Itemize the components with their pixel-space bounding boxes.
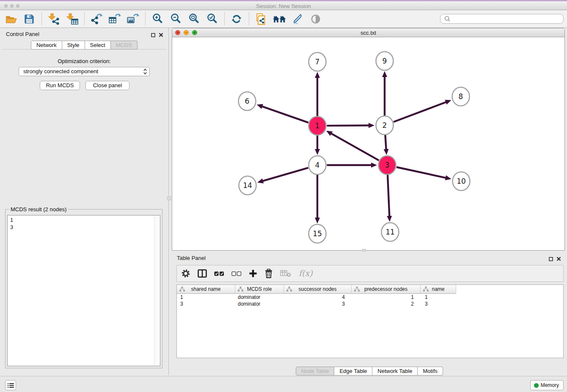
- graph-edge-4-14[interactable]: [262, 168, 308, 181]
- graph-node-15[interactable]: 15: [309, 224, 326, 243]
- search-input[interactable]: [453, 16, 559, 22]
- search-box[interactable]: [440, 14, 564, 24]
- table-cell[interactable]: dominator: [235, 294, 284, 301]
- add-column-icon[interactable]: [249, 269, 257, 278]
- deselect-all-checkboxes-icon[interactable]: [231, 271, 242, 276]
- zoom-out-icon[interactable]: [168, 12, 183, 26]
- node-table: shared nameMCDS rolesuccessor nodesprede…: [176, 284, 564, 358]
- horizontal-splitter-handle[interactable]: [362, 249, 366, 251]
- graph-edge-1-2[interactable]: [327, 125, 369, 126]
- graph-node-2[interactable]: 2: [376, 116, 394, 135]
- toolbar-icons: [3, 12, 326, 26]
- graph-edge-3-11[interactable]: [388, 174, 389, 217]
- column-header-label: predecessor nodes: [364, 286, 407, 292]
- zoom-selected-icon[interactable]: [204, 12, 220, 26]
- table-cell[interactable]: 2: [352, 301, 421, 307]
- vertical-splitter-handle[interactable]: [167, 196, 171, 200]
- graph-edge-1-6[interactable]: [261, 106, 308, 123]
- graph-edge-arrowhead: [315, 72, 320, 78]
- float-panel-icon[interactable]: [549, 255, 553, 263]
- table-cell[interactable]: 3: [284, 301, 352, 307]
- export-network-icon[interactable]: [89, 12, 104, 26]
- export-table-icon[interactable]: [107, 12, 122, 26]
- zoom-fit-icon[interactable]: [186, 12, 201, 26]
- graph-node-1[interactable]: 1: [309, 116, 326, 135]
- graph-node-11[interactable]: 11: [382, 223, 399, 241]
- mcds-result-box[interactable]: 13: [7, 215, 160, 366]
- graph-edge-3-10[interactable]: [396, 167, 446, 178]
- tab-style[interactable]: Style: [62, 41, 85, 50]
- graph-edge-2-8[interactable]: [394, 102, 446, 122]
- tab-select[interactable]: Select: [85, 41, 111, 50]
- import-network-icon[interactable]: [46, 12, 61, 26]
- svg-text:4: 4: [315, 161, 320, 169]
- table-cell[interactable]: 1: [421, 294, 456, 301]
- dropdown-value: strongly connected component: [23, 68, 98, 75]
- optimization-dropdown[interactable]: strongly connected component: [19, 67, 150, 76]
- zoom-in-icon[interactable]: [150, 12, 165, 26]
- open-session-icon[interactable]: [3, 12, 19, 26]
- tab-network[interactable]: Network: [31, 41, 62, 50]
- settings-gear-icon[interactable]: [181, 269, 190, 278]
- network-canvas[interactable]: 7968124314101511: [172, 37, 564, 250]
- table-cell[interactable]: 3: [177, 301, 235, 307]
- list-icon: [8, 383, 14, 388]
- tab-edge-table[interactable]: Edge Table: [334, 367, 372, 375]
- tab-network-table[interactable]: Network Table: [372, 367, 418, 375]
- table-cell[interactable]: 3: [421, 301, 456, 307]
- table-row[interactable]: 3dominator323: [177, 301, 563, 307]
- toolbar-separator: [84, 13, 85, 25]
- graph-edge-2-3[interactable]: [385, 135, 386, 150]
- graph-node-3[interactable]: 3: [379, 156, 396, 174]
- graph-node-10[interactable]: 10: [453, 172, 470, 190]
- graph-node-8[interactable]: 8: [452, 87, 470, 106]
- mcds-result-line: 3: [10, 224, 157, 231]
- graph-node-14[interactable]: 14: [239, 176, 256, 195]
- svg-text:7: 7: [315, 58, 320, 66]
- close-panel-button[interactable]: Close panel: [85, 81, 129, 90]
- refresh-icon[interactable]: [229, 12, 244, 26]
- graph-edge-arrowhead: [445, 100, 451, 105]
- graph-node-7[interactable]: 7: [309, 52, 326, 71]
- graph-node-6[interactable]: 6: [239, 92, 256, 110]
- tab-node-table[interactable]: Node Table: [296, 367, 335, 375]
- table-cell[interactable]: 4: [284, 294, 352, 301]
- column-header-successor-nodes[interactable]: successor nodes: [284, 285, 352, 294]
- graph-edge-3-1[interactable]: [330, 133, 379, 160]
- delete-column-icon[interactable]: [264, 269, 273, 278]
- column-header-label: shared name: [191, 286, 220, 292]
- scrollbar-track[interactable]: [154, 216, 160, 365]
- save-session-icon[interactable]: [22, 12, 37, 26]
- table-row[interactable]: 1dominator411: [177, 294, 563, 301]
- table-cell[interactable]: dominator: [235, 301, 284, 307]
- close-panel-icon[interactable]: [556, 255, 561, 263]
- split-columns-icon[interactable]: [198, 269, 207, 278]
- svg-text:f(x): f(x): [299, 268, 313, 278]
- tab-mcds[interactable]: MCDS: [111, 41, 138, 50]
- column-header-shared-name[interactable]: shared name: [177, 285, 235, 294]
- mcds-result-line: 1: [10, 216, 157, 224]
- column-header-predecessor-nodes[interactable]: predecessor nodes: [352, 285, 421, 294]
- graph-node-9[interactable]: 9: [376, 52, 394, 70]
- close-panel-icon[interactable]: [159, 31, 163, 39]
- tab-motifs[interactable]: Motifs: [418, 367, 443, 375]
- select-all-checkboxes-icon[interactable]: [214, 271, 224, 276]
- graph-edge-arrowhead: [315, 149, 320, 155]
- eye-disabled-icon: [308, 12, 323, 26]
- task-history-button[interactable]: [5, 380, 16, 390]
- table-cell[interactable]: 1: [352, 294, 421, 301]
- column-header-name[interactable]: name: [421, 285, 456, 294]
- export-image-icon[interactable]: [125, 12, 140, 26]
- graph-node-4[interactable]: 4: [309, 156, 326, 174]
- style-brush-icon[interactable]: [290, 12, 305, 26]
- svg-text:9: 9: [383, 57, 387, 65]
- run-mcds-button[interactable]: Run MCDS: [40, 81, 80, 90]
- import-table-icon[interactable]: [64, 12, 80, 26]
- table-cell[interactable]: 1: [177, 294, 235, 301]
- graph-edge-arrowhead: [257, 179, 264, 184]
- network-file-icon[interactable]: [253, 12, 269, 26]
- birds-eye-view-icon[interactable]: [272, 12, 287, 26]
- column-header-MCDS-role[interactable]: MCDS role: [235, 285, 284, 294]
- memory-button[interactable]: Memory: [530, 380, 564, 390]
- float-panel-icon[interactable]: [151, 31, 155, 39]
